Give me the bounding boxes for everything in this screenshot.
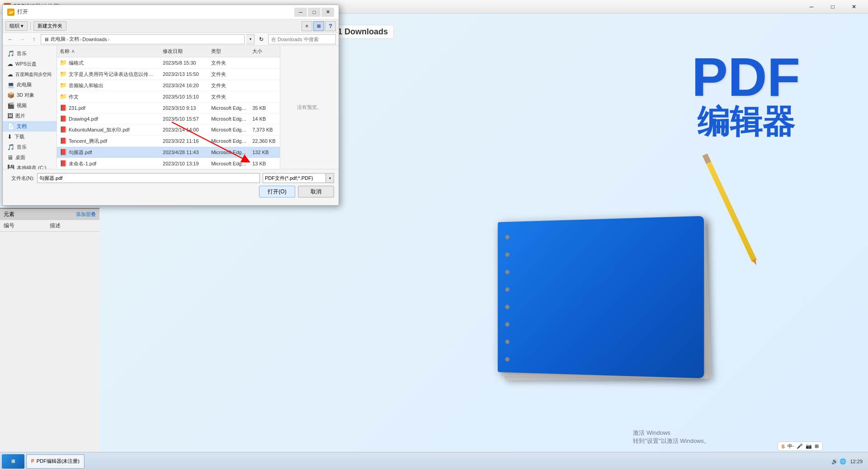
taskbar-task-pdf[interactable]: P PDF编辑器(未注册) [26,454,85,469]
music2-icon: 🎵 [7,144,14,150]
file-type: Microsoft Edge ... [208,115,250,122]
pdf-icon: 📕 [60,115,67,122]
col-header-size[interactable]: 大小 [250,47,280,56]
path-docs[interactable]: 文档 [69,36,79,42]
file-date: 2023/3/24 16:20 [160,82,208,89]
file-type: 文件夹 [208,59,250,67]
downloads-icon: ⬇ [7,133,12,140]
refresh-btn[interactable]: ↻ [256,34,266,44]
file-date: 2023/2/10 13:19 [160,160,208,167]
dialog-content: 🎵 音乐 ☁ WPS云盘 ☁ 百度网盘同步空间 💻 此电脑 📦 3D [3,46,339,169]
file-date: 2023/5/10 15:10 [160,93,208,100]
file-type: 文件夹 [208,70,250,79]
cancel-btn[interactable]: 取消 [298,186,334,197]
organize-btn[interactable]: 组织 ▾ [5,21,28,31]
file-size [250,62,280,64]
sidebar-label-wps: WPS云盘 [15,61,37,67]
sidebar-item-music1[interactable]: 🎵 音乐 [3,48,57,59]
folder-icon: 📁 [60,82,67,89]
action-row: 打开(O) 取消 [7,186,334,197]
file-name: 📕勾握器.pdf [57,148,160,157]
file-row-gouwoqi[interactable]: 📕勾握器.pdf 2023/4/28 11:43 Microsoft Edge … [57,147,280,158]
path-dropdown[interactable]: ▾ [246,34,255,44]
col-header-date[interactable]: 修改日期 [160,47,208,56]
dialog-close[interactable]: ✕ [321,8,334,17]
sidebar-item-wps[interactable]: ☁ WPS云盘 [3,59,57,69]
file-row-biangs[interactable]: 📁编格式 2023/5/8 15:30 文件夹 [57,57,280,69]
win-taskbar: ⊞ P PDF编辑器(未注册) 🔊 🌐 12:29 [0,452,868,470]
music-icon: 🎵 [7,50,14,57]
dialog-icon: 📂 [7,9,14,16]
col-header-name[interactable]: 名称 ∧ [57,47,160,56]
file-size: 14 KB [250,115,280,122]
file-name: 📕KubuntuManual_加水印.pdf [57,125,160,134]
dialog-minimize[interactable]: ─ [294,8,307,17]
forward-btn[interactable]: → [17,34,27,44]
file-row-essay[interactable]: 📁作文 2023/5/10 15:10 文件夹 [57,91,280,103]
file-date: 2023/3/10 9:13 [160,104,208,112]
dialog-maximize[interactable]: □ [308,8,321,17]
sidebar-item-video[interactable]: 🎬 视频 [3,100,57,111]
filename-input[interactable] [37,173,260,183]
start-button[interactable]: ⊞ [2,454,24,469]
sidebar-item-3d[interactable]: 📦 3D 对象 [3,90,57,100]
file-row-audio[interactable]: 📁音频输入和输出 2023/3/24 16:20 文件夹 [57,80,280,91]
path-downloads[interactable]: Downloads [82,37,107,42]
sogou-mode[interactable]: 中· [788,443,794,450]
sidebar-item-music2[interactable]: 🎵 音乐 [3,142,57,152]
dialog-toolbar: 组织 ▾ 新建文件夹 ≡ ⊞ ? [3,19,339,33]
taskbar-right: 🔊 🌐 12:29 [831,458,866,465]
sogou-mic[interactable]: 🎤 [797,443,803,449]
dialog-title: 打开 [17,8,294,16]
sidebar-label-music1: 音乐 [17,50,27,57]
file-row-231[interactable]: 📕231.pdf 2023/3/10 9:13 Microsoft Edge .… [57,103,280,113]
sidebar-label-video: 视频 [17,102,27,109]
file-type: Microsoft Edge ... [208,149,250,156]
search-input[interactable] [268,34,336,44]
sidebar-label-downloads: 下载 [14,133,24,140]
no-preview-text: 没有预览。 [297,104,322,111]
sidebar-item-baidu[interactable]: ☁ 百度网盘同步空间 [3,69,57,80]
sidebar-item-drive-c[interactable]: 💾 本地磁盘 (C:) [3,163,57,169]
task-label: PDF编辑器(未注册) [37,458,80,465]
file-row-unnamed[interactable]: 📕未命名-1.pdf 2023/2/10 13:19 Microsoft Edg… [57,158,280,169]
file-size: 7,373 KB [250,126,280,133]
thispc-icon: 💻 [7,81,14,88]
time-display: 12:29 [850,459,863,464]
back-btn[interactable]: ← [5,34,15,44]
filetype-input[interactable] [263,173,326,183]
sidebar-item-desktop[interactable]: 🖥 桌面 [3,152,57,163]
file-date: 2023/2/14 14:00 [160,126,208,133]
file-size: 13 KB [250,160,280,167]
new-folder-btn[interactable]: 新建文件夹 [33,21,66,31]
sidebar-item-downloads[interactable]: ⬇ 下载 [3,132,57,142]
file-row-text1[interactable]: 📁文字是人类用符号记录表达信息以传之久... 2023/2/13 15:50 文… [57,69,280,80]
file-row-drawing[interactable]: 📕Drawing4.pdf 2023/5/10 15:57 Microsoft … [57,113,280,124]
file-name: 📕231.pdf [57,103,160,112]
sidebar-label-drive-c: 本地磁盘 (C:) [17,164,46,169]
toolbar-sep-1 [30,22,31,30]
path-computer[interactable]: 此电脑 [51,36,66,42]
help-btn[interactable]: ? [325,21,336,31]
video-icon: 🎬 [7,102,14,109]
up-btn[interactable]: ↑ [29,34,39,44]
sidebar-item-docs[interactable]: 📄 文档 [3,121,57,132]
sogou-cam[interactable]: 📷 [806,443,812,449]
view-list-btn[interactable]: ≡ [302,21,312,31]
file-row-tencent[interactable]: 📕Tencent_腾讯.pdf 2023/3/22 11:16 Microsof… [57,136,280,147]
view-buttons: ≡ ⊞ ? [302,21,336,31]
open-btn[interactable]: 打开(O) [259,186,295,197]
filetype-dropdown[interactable]: ▾ [326,173,334,183]
file-row-kubuntu[interactable]: 📕KubuntuManual_加水印.pdf 2023/2/14 14:00 M… [57,124,280,136]
col-header-type[interactable]: 类型 [208,47,250,56]
sogou-more[interactable]: ⊞ [815,443,819,449]
file-type: 文件夹 [208,93,250,101]
file-date: 2023/5/8 15:30 [160,59,208,66]
view-details-btn[interactable]: ⊞ [313,21,324,31]
file-type: Microsoft Edge ... [208,126,250,133]
sidebar-item-thispc[interactable]: 💻 此电脑 [3,80,57,90]
sidebar-item-pics[interactable]: 🖼 图片 [3,111,57,121]
file-name: 📁作文 [57,92,160,101]
file-date: 2023/4/28 11:43 [160,149,208,156]
file-date: 2023/5/10 15:57 [160,115,208,122]
